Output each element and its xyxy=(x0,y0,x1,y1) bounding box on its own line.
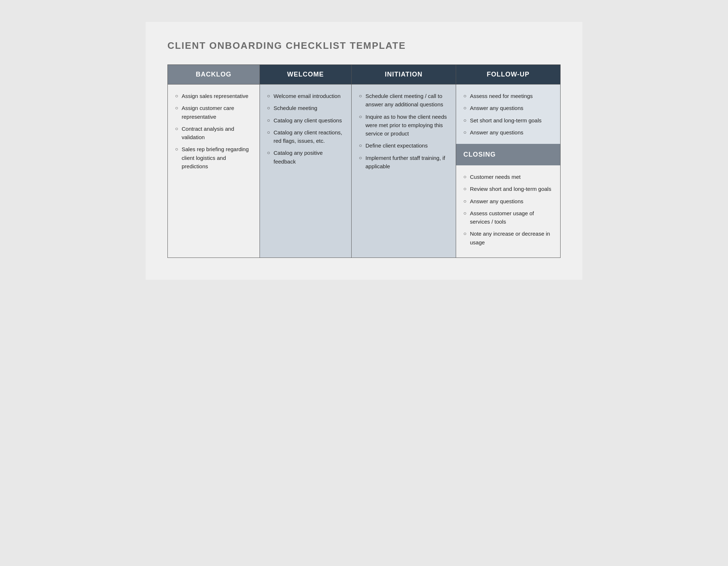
item-text: Review short and long-term goals xyxy=(470,185,553,193)
header-closing: CLOSING xyxy=(456,144,560,165)
list-item: ○ Catalog any client reactions, red flag… xyxy=(267,128,344,145)
header-welcome: WELCOME xyxy=(260,65,352,84)
bullet-icon: ○ xyxy=(463,173,470,181)
bullet-icon: ○ xyxy=(463,104,470,112)
header-initiation: INITIATION xyxy=(352,65,456,84)
item-text: Catalog any client reactions, red flags,… xyxy=(274,128,344,145)
list-item: ○ Sales rep briefing regarding client lo… xyxy=(175,145,252,170)
list-item: ○ Assign customer care representative xyxy=(175,104,252,121)
list-item: ○ Inquire as to how the client needs wer… xyxy=(359,113,448,138)
header-followup: FOLLOW-UP xyxy=(456,65,561,84)
list-item: ○ Assign sales representative xyxy=(175,92,252,100)
item-text: Inquire as to how the client needs were … xyxy=(365,113,448,138)
bullet-icon: ○ xyxy=(359,92,365,100)
bullet-icon: ○ xyxy=(463,197,470,205)
bullet-icon: ○ xyxy=(175,104,182,112)
page-container: CLIENT ONBOARDING CHECKLIST TEMPLATE BAC… xyxy=(146,22,582,280)
header-backlog: BACKLOG xyxy=(168,65,260,84)
list-item: ○ Set short and long-term goals xyxy=(463,116,553,125)
bullet-icon: ○ xyxy=(267,129,274,136)
col-initiation: ○ Schedule client meeting / call to answ… xyxy=(352,84,456,258)
bullet-icon: ○ xyxy=(463,92,470,100)
list-item: ○ Answer any questions xyxy=(463,104,553,112)
item-text: Assess customer usage of services / tool… xyxy=(470,209,553,226)
item-text: Answer any questions xyxy=(470,197,553,205)
item-text: Set short and long-term goals xyxy=(470,116,553,125)
item-text: Sales rep briefing regarding client logi… xyxy=(182,145,252,170)
list-item: ○ Schedule client meeting / call to answ… xyxy=(359,92,448,109)
list-item: ○ Answer any questions xyxy=(463,128,553,137)
list-item: ○ Review short and long-term goals xyxy=(463,185,553,193)
list-item: ○ Assess need for meetings xyxy=(463,92,553,100)
list-item: ○ Schedule meeting xyxy=(267,104,344,112)
item-text: Answer any questions xyxy=(470,128,553,137)
bullet-icon: ○ xyxy=(463,209,470,217)
item-text: Catalog any client questions xyxy=(274,116,344,125)
list-item: ○ Define client expectations xyxy=(359,141,448,150)
item-text: Customer needs met xyxy=(470,173,553,181)
item-text: Assess need for meetings xyxy=(470,92,553,100)
list-item: ○ Note any increase or decrease in usage xyxy=(463,229,553,247)
bullet-icon: ○ xyxy=(267,149,274,157)
list-item: ○ Implement further staff training, if a… xyxy=(359,154,448,171)
bullet-icon: ○ xyxy=(175,145,182,153)
closing-section: ○ Customer needs met ○ Review short and … xyxy=(456,165,560,258)
bullet-icon: ○ xyxy=(267,117,274,124)
item-text: Assign customer care representative xyxy=(182,104,252,121)
item-text: Note any increase or decrease in usage xyxy=(470,229,553,247)
page-title: CLIENT ONBOARDING CHECKLIST TEMPLATE xyxy=(167,40,561,51)
item-text: Implement further staff training, if app… xyxy=(365,154,448,171)
bullet-icon: ○ xyxy=(463,230,470,237)
col-backlog: ○ Assign sales representative ○ Assign c… xyxy=(168,84,260,258)
bullet-icon: ○ xyxy=(359,154,365,162)
bullet-icon: ○ xyxy=(175,125,182,133)
bullet-icon: ○ xyxy=(463,117,470,124)
bullet-icon: ○ xyxy=(463,129,470,136)
list-item: ○ Catalog any client questions xyxy=(267,116,344,125)
item-text: Schedule client meeting / call to answer… xyxy=(365,92,448,109)
col-followup-closing: ○ Assess need for meetings ○ Answer any … xyxy=(456,84,561,258)
bullet-icon: ○ xyxy=(463,185,470,193)
item-text: Welcome email introduction xyxy=(274,92,344,100)
item-text: Contract analysis and validation xyxy=(182,125,252,142)
bullet-icon: ○ xyxy=(267,104,274,112)
list-item: ○ Assess customer usage of services / to… xyxy=(463,209,553,226)
bullet-icon: ○ xyxy=(359,113,365,121)
item-text: Define client expectations xyxy=(365,141,448,150)
list-item: ○ Answer any questions xyxy=(463,197,553,205)
item-text: Schedule meeting xyxy=(274,104,344,112)
list-item: ○ Customer needs met xyxy=(463,173,553,181)
col-welcome: ○ Welcome email introduction ○ Schedule … xyxy=(260,84,352,258)
list-item: ○ Contract analysis and validation xyxy=(175,125,252,142)
checklist-table: BACKLOG WELCOME INITIATION FOLLOW-UP ○ A… xyxy=(167,64,561,258)
item-text: Answer any questions xyxy=(470,104,553,112)
bullet-icon: ○ xyxy=(359,142,365,149)
bullet-icon: ○ xyxy=(175,92,182,100)
followup-section: ○ Assess need for meetings ○ Answer any … xyxy=(456,84,560,144)
list-item: ○ Catalog any positive feedback xyxy=(267,149,344,166)
item-text: Catalog any positive feedback xyxy=(274,149,344,166)
bullet-icon: ○ xyxy=(267,92,274,100)
list-item: ○ Welcome email introduction xyxy=(267,92,344,100)
item-text: Assign sales representative xyxy=(182,92,252,100)
